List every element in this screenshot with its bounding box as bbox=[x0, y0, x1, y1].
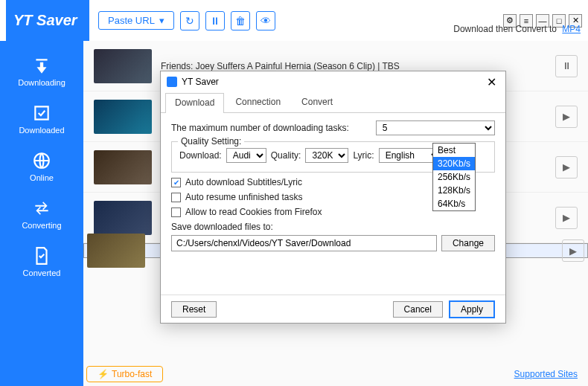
video-thumbnail bbox=[94, 49, 152, 83]
download-mode-label: Download: bbox=[179, 150, 222, 161]
checkbox-icon bbox=[171, 208, 181, 217]
play-button[interactable]: ▶ bbox=[562, 239, 584, 262]
nav-converting[interactable]: Converting bbox=[22, 199, 61, 230]
quality-option[interactable]: 256Kb/s bbox=[433, 170, 475, 184]
app-icon bbox=[167, 77, 177, 87]
max-tasks-select[interactable]: 5 bbox=[376, 120, 495, 135]
nav-converted[interactable]: Converted bbox=[23, 246, 61, 277]
app-logo: YT Saver bbox=[6, 0, 89, 41]
quality-option[interactable]: Best bbox=[433, 144, 475, 157]
quality-option[interactable]: 128Kb/s bbox=[433, 184, 475, 197]
video-thumbnail bbox=[87, 234, 145, 268]
quality-label: Quality: bbox=[271, 150, 301, 161]
video-thumbnail bbox=[94, 100, 152, 134]
quality-select[interactable]: 320Kb/s bbox=[305, 148, 348, 163]
cancel-button[interactable]: Cancel bbox=[393, 301, 443, 318]
chevron-down-icon: ▾ bbox=[159, 15, 164, 26]
nav-downloaded[interactable]: Downloaded bbox=[19, 103, 64, 135]
tab-connection[interactable]: Connection bbox=[226, 92, 290, 112]
bolt-icon: ⚡ bbox=[98, 369, 109, 379]
paste-url-label: Paste URL bbox=[108, 15, 155, 26]
nav-downloading[interactable]: Downloading bbox=[18, 56, 65, 87]
refresh-icon[interactable]: ↻ bbox=[180, 11, 199, 30]
dialog-title: YT Saver bbox=[182, 77, 219, 87]
video-thumbnail bbox=[94, 150, 152, 184]
pause-button[interactable]: ⏸ bbox=[555, 55, 578, 77]
dialog-close-icon[interactable]: ✕ bbox=[484, 75, 499, 89]
lyric-label: Lyric: bbox=[353, 150, 374, 161]
delete-icon[interactable]: 🗑 bbox=[231, 11, 250, 30]
video-title: Friends: Joey Suffers A Painful Hernia (… bbox=[161, 61, 555, 71]
nav-online[interactable]: Online bbox=[30, 151, 54, 182]
play-button[interactable]: ▶ bbox=[555, 156, 578, 178]
change-path-button[interactable]: Change bbox=[441, 235, 495, 251]
apply-button[interactable]: Apply bbox=[449, 300, 495, 318]
download-mode-select[interactable]: Audio bbox=[226, 148, 266, 163]
play-button[interactable]: ▶ bbox=[555, 207, 578, 229]
max-tasks-label: The maximum number of downloading tasks: bbox=[171, 123, 349, 133]
checkbox-icon bbox=[171, 193, 181, 202]
quality-dropdown: Best 320Kb/s 256Kb/s 128Kb/s 64Kb/s bbox=[432, 143, 476, 211]
reset-button[interactable]: Reset bbox=[171, 301, 217, 318]
save-path-label: Save downloaded files to: bbox=[171, 222, 495, 232]
checkbox-icon: ✔ bbox=[171, 178, 181, 187]
tab-convert[interactable]: Convert bbox=[292, 92, 342, 112]
quality-legend: Quality Setting: bbox=[178, 136, 244, 147]
supported-sites-link[interactable]: Supported Sites bbox=[514, 369, 578, 379]
save-path-input[interactable] bbox=[171, 235, 437, 251]
convert-format-link[interactable]: MP4 bbox=[562, 24, 581, 34]
quality-option[interactable]: 320Kb/s bbox=[433, 157, 475, 170]
quality-option[interactable]: 64Kb/s bbox=[433, 197, 475, 210]
tab-download[interactable]: Download bbox=[165, 93, 224, 113]
convert-format-line: Download then Convert to MP4 bbox=[453, 24, 581, 34]
pause-all-icon[interactable]: ⏸ bbox=[205, 11, 225, 30]
play-button[interactable]: ▶ bbox=[555, 106, 578, 128]
paste-url-button[interactable]: Paste URL ▾ bbox=[98, 11, 174, 30]
video-thumbnail bbox=[94, 201, 152, 235]
turbo-badge[interactable]: ⚡ Turbo-fast bbox=[86, 366, 163, 382]
preview-icon[interactable]: 👁 bbox=[256, 11, 275, 30]
